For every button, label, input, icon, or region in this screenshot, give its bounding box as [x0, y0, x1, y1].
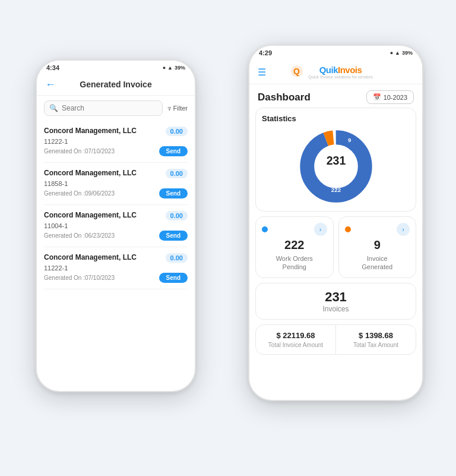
search-bar: 🔍 ⍒ Filter	[37, 96, 195, 121]
invoices-total-num: 231	[262, 289, 410, 305]
battery-icon: 39%	[175, 65, 185, 71]
invoice-item: Concord Management, LLC 0.00 11004-1 Gen…	[44, 205, 188, 247]
metric-row-top2: ›	[345, 223, 410, 236]
send-button[interactable]: Send	[159, 231, 188, 241]
total-invoice-label: Total Invoice Amount	[262, 342, 330, 348]
amount-badge: 0.00	[166, 211, 188, 220]
blue-dot	[262, 226, 268, 232]
invoice-generated-count: 9	[345, 238, 410, 252]
logo-tagline: Quick Invoice solutions for vendors	[308, 75, 373, 79]
invoice-item: Concord Management, LLC 0.00 11858-1 Gen…	[44, 163, 188, 205]
search-input[interactable]	[62, 104, 157, 112]
amounts-row: $ 22119.68 Total Invoice Amount $ 1398.6…	[255, 324, 416, 355]
page-title: Generated Invoice	[80, 80, 151, 89]
invoice-list: Concord Management, LLC 0.00 11222-1 Gen…	[37, 121, 195, 289]
svg-text:Q: Q	[293, 67, 300, 76]
send-button[interactable]: Send	[159, 188, 188, 198]
battery-icon: 39%	[402, 50, 413, 56]
filter-button[interactable]: ⍒ Filter	[167, 105, 188, 112]
left-time: 4:34	[46, 64, 59, 71]
right-screen: ☰ Q QuikInvois Quick Invoice solutions	[249, 59, 422, 395]
filter-label: Filter	[173, 105, 188, 112]
right-icons: ● ▲ 39%	[390, 50, 413, 56]
statistics-card: Statistics 231 222 9	[255, 108, 416, 212]
logo-text-quik: Quik	[319, 65, 338, 75]
app-header: ☰ Q QuikInvois Quick Invoice solutions	[249, 59, 422, 84]
generated-on: Generated On :09/06/2023	[44, 190, 115, 197]
invoice-generated-chevron[interactable]: ›	[397, 223, 410, 236]
company-name: Concord Management, LLC	[44, 211, 137, 220]
generated-on: Generated On :07/10/2023	[44, 275, 115, 281]
invoices-label: Invoices	[262, 305, 410, 313]
orange-dot	[345, 226, 351, 232]
right-phone: 4:29 ● ▲ 39% ☰ Q	[248, 45, 423, 401]
back-button[interactable]: ←	[45, 78, 56, 91]
wifi-icon: ▲	[167, 65, 173, 71]
invoice-num: 11222-1	[44, 138, 188, 145]
company-name: Concord Management, LLC	[44, 127, 137, 136]
logo-wrap: Q QuikInvois Quick Invoice solutions for…	[289, 64, 373, 80]
work-orders-chevron[interactable]: ›	[314, 223, 327, 236]
invoice-num: 11004-1	[44, 222, 188, 229]
amount-badge: 0.00	[166, 253, 188, 263]
nav-bar: ← Generated Invoice	[37, 74, 195, 96]
hamburger-icon[interactable]: ☰	[258, 67, 266, 78]
date-badge[interactable]: 📅 10-2023	[366, 90, 414, 104]
signal-icon: ●	[163, 65, 166, 71]
invoice-item: Concord Management, LLC 0.00 11222-1 Gen…	[44, 121, 188, 163]
right-time: 4:29	[259, 49, 272, 56]
total-invoice-cell: $ 22119.68 Total Invoice Amount	[256, 325, 336, 354]
date-value: 10-2023	[384, 94, 407, 101]
left-icons: ● ▲ 39%	[163, 65, 185, 71]
total-tax-amount: $ 1398.68	[342, 331, 410, 340]
generated-on: Generated On :06/23/2023	[44, 232, 115, 239]
calendar-icon: 📅	[373, 93, 381, 101]
total-invoice-amount: $ 22119.68	[262, 331, 330, 340]
search-icon: 🔍	[49, 104, 58, 112]
company-name: Concord Management, LLC	[44, 169, 137, 178]
work-orders-card: › 222 Work OrdersPending	[255, 216, 334, 278]
left-screen: ← Generated Invoice 🔍 ⍒ Filter Concord M…	[37, 74, 195, 386]
statistics-label: Statistics	[262, 114, 410, 123]
work-orders-count: 222	[262, 238, 327, 252]
send-button[interactable]: Send	[159, 273, 188, 283]
logo-q-icon: Q	[289, 64, 306, 80]
invoice-num: 11858-1	[44, 180, 188, 187]
phones-container: 4:34 ● ▲ 39% ← Generated Invoice 🔍 ⍒ Fil…	[0, 0, 456, 476]
work-orders-label: Work OrdersPending	[262, 254, 327, 272]
amount-badge: 0.00	[166, 169, 188, 178]
wifi-icon: ▲	[395, 50, 400, 56]
donut-svg: 231 222 9	[297, 128, 375, 205]
dashboard-title: Dashboard	[258, 92, 311, 103]
logo-text-invois: Invois	[338, 65, 362, 75]
total-tax-label: Total Tax Amount	[342, 342, 410, 348]
send-button[interactable]: Send	[159, 146, 188, 156]
signal-icon: ●	[390, 50, 393, 56]
metric-row-top: ›	[262, 223, 327, 236]
invoice-generated-card: › 9 InvoiceGenerated	[338, 216, 417, 278]
left-phone: 4:34 ● ▲ 39% ← Generated Invoice 🔍 ⍒ Fil…	[36, 59, 196, 392]
svg-text:9: 9	[348, 137, 352, 143]
logo-block: Q QuikInvois Quick Invoice solutions for…	[289, 64, 373, 80]
search-input-wrap[interactable]: 🔍	[44, 100, 163, 116]
left-status-bar: 4:34 ● ▲ 39%	[37, 61, 195, 74]
invoice-generated-label: InvoiceGenerated	[345, 254, 410, 272]
invoice-num: 11222-1	[44, 264, 188, 272]
amount-badge: 0.00	[166, 127, 188, 136]
metrics-row: › 222 Work OrdersPending › 9 InvoiceGene…	[255, 216, 416, 278]
dashboard-header: Dashboard 📅 10-2023	[249, 84, 422, 108]
company-name: Concord Management, LLC	[44, 253, 137, 263]
invoice-item: Concord Management, LLC 0.00 11222-1 Gen…	[44, 247, 188, 289]
right-status-bar: 4:29 ● ▲ 39%	[249, 46, 422, 59]
donut-chart: 231 222 9	[262, 128, 410, 205]
total-tax-cell: $ 1398.68 Total Tax Amount	[336, 325, 416, 354]
filter-icon: ⍒	[167, 105, 172, 112]
svg-text:222: 222	[331, 187, 341, 193]
generated-on: Generated On :07/10/2023	[44, 148, 115, 155]
invoices-total-card: 231 Invoices	[255, 283, 416, 320]
svg-text:231: 231	[326, 154, 346, 167]
